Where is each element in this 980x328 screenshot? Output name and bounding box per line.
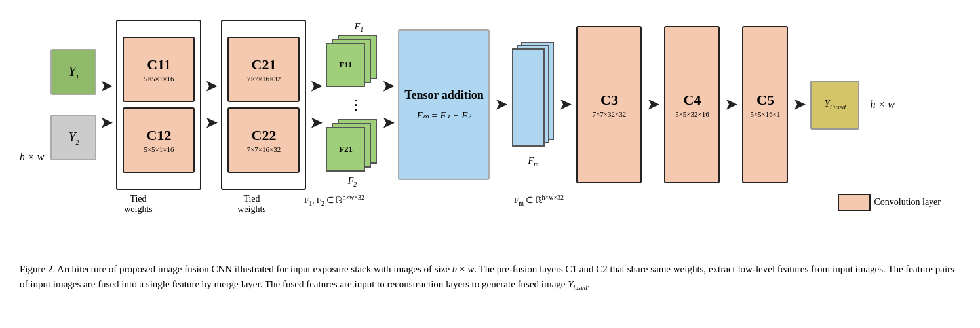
figure-caption: Figure 2. Architecture of proposed image… [20,262,957,293]
arrow-f11-tensor: ➤ [382,78,394,95]
c1-group: C11 5×5×1×16 C12 5×5×1×16 [116,20,201,190]
c4-box: C4 5×5×32×16 [664,26,720,183]
arrows-input-c1: ➤ ➤ [100,78,112,132]
arrows-c2-fmap: ➤ ➤ [310,78,322,132]
hw-right-label: h × w [870,99,894,111]
diagram-area: h × w Y1 Y2 ➤ ➤ C11 5×5×1×16 C12 5×5 [20,13,960,255]
c2-group: C21 7×7×16×32 C22 7×7×16×32 [221,20,306,190]
arrow-c21-f11: ➤ [310,78,322,95]
f2-item: F21 F2 [326,119,378,188]
caption-text: Figure 2. Architecture of proposed image… [20,264,954,289]
inputs-col: Y1 Y2 [50,49,96,160]
arrow-c5-yfused-icon: ➤ [793,96,805,113]
tensor-formula: Fₘ = F₁ + F₂ [417,109,472,121]
arrows-c1-c2: ➤ ➤ [205,78,217,132]
y2-box: Y2 [50,115,96,160]
arrow-c12-c22: ➤ [205,115,217,132]
arrow-c5-yfused: ➤ [793,96,805,113]
c22-box: C22 7×7×16×32 [227,107,300,173]
arrow-c11-c21: ➤ [205,78,217,95]
arrows-fmap-tensor: ➤ ➤ [382,78,394,132]
arrow-tensor-fm-icon: ➤ [495,96,507,113]
arrow-tensor-fm: ➤ [495,96,507,113]
arrow-c22-f21: ➤ [310,115,322,132]
f1-item: F1 F11 [326,22,378,90]
c21-box: C21 7×7×16×32 [227,37,300,102]
legend: Convolution layer [838,194,941,211]
c5-box: C5 5×5×16×1 [742,26,788,183]
fm-formula-label: Fm ∈ ℝh×w×32 [514,194,564,207]
yfused-box: YFused [810,81,859,130]
legend-box [838,194,871,211]
arrow-c3-c4-icon: ➤ [647,96,659,113]
arrow-fm-c3-icon: ➤ [559,96,571,113]
c11-box: C11 5×5×1×16 [123,37,195,102]
arrow-f21-tensor: ➤ [382,115,394,132]
hw-left-label: h × w [20,151,44,163]
arrow-c4-c5-icon: ➤ [725,96,737,113]
tensor-title: Tensor addition [404,88,484,103]
fmaps-group: F1 F11 ⋮ F21 F2 [326,22,378,188]
arrow-y1-c11: ➤ [100,78,112,95]
arrow-fm-c3: ➤ [559,96,571,113]
y1-box: Y1 [50,49,96,95]
legend-label: Convolution layer [874,197,941,208]
c12-box: C12 5×5×1×16 [123,107,195,173]
fmap-dots: ⋮ [349,97,362,113]
tied-weights-1-label: Tiedweights [96,194,181,215]
arrow-y2-c12: ➤ [100,115,112,132]
f1f2-formula-label: F1, F2 ∈ ℝh×w×32 [304,194,416,207]
tied-weights-2-label: Tiedweights [206,194,298,215]
fm-stack-col: Fm [512,42,554,168]
arrow-c4-c5: ➤ [725,96,737,113]
c3-box: C3 7×7×32×32 [576,26,642,183]
arrow-c3-c4: ➤ [647,96,659,113]
tensor-addition-box: Tensor addition Fₘ = F₁ + F₂ [398,29,490,180]
